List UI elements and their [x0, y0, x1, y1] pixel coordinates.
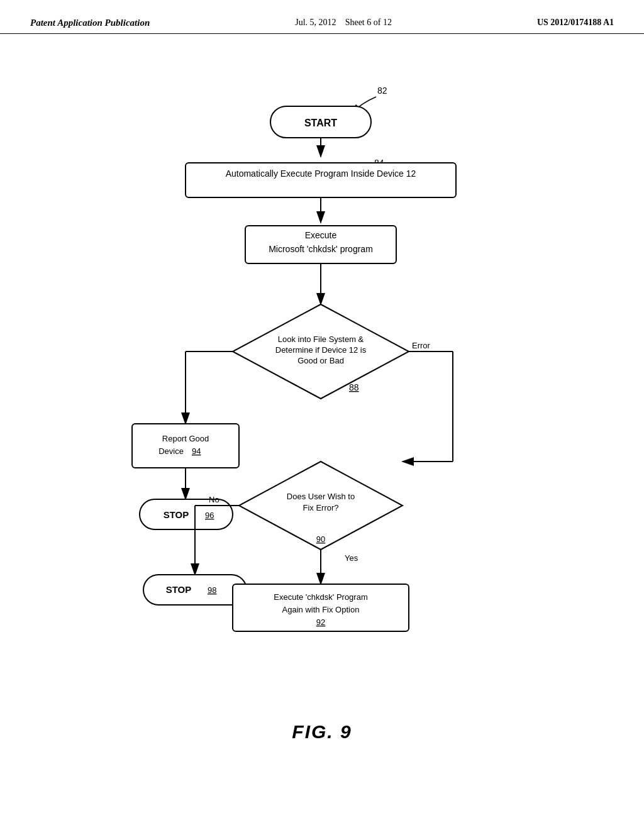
ref-92: 92: [316, 617, 325, 627]
figure-label: FIG. 9: [292, 721, 352, 742]
patent-number: US 2012/0174188 A1: [537, 18, 614, 28]
decision-fix-label1: Does User Wish to: [287, 492, 355, 501]
ref-98: 98: [208, 585, 216, 595]
stop96-label: STOP: [164, 509, 189, 520]
yes-label: Yes: [345, 553, 358, 563]
report-good-label1: Report Good: [162, 434, 209, 443]
ref-94: 94: [192, 446, 201, 456]
date-sheet: Jul. 5, 2012 Sheet 6 of 12: [295, 18, 392, 28]
stop98-label: STOP: [166, 584, 192, 595]
report-good-label2: Device: [158, 446, 184, 456]
decision-good-bad-label2: Determine if Device 12 is: [275, 345, 367, 355]
execute-auto-label: Automatically Execute Program Inside Dev…: [226, 169, 416, 179]
error-label: Error: [412, 341, 431, 350]
execute-fix-label2: Again with Fix Option: [282, 605, 360, 614]
ref-88: 88: [349, 382, 359, 392]
execute-fix-label1: Execute 'chkdsk' Program: [274, 592, 367, 602]
decision-good-bad-label3: Good or Bad: [297, 356, 344, 365]
execute-chkdsk-label1: Execute: [305, 230, 337, 240]
flowchart-diagram: 82 START 84 Automatically Execute Progra…: [0, 34, 644, 770]
start-label: START: [304, 118, 337, 128]
stop98-node: [143, 575, 247, 605]
decision-fix-label2: Fix Error?: [303, 503, 338, 512]
ref-90: 90: [316, 534, 325, 544]
ref-82: 82: [377, 86, 387, 96]
report-good-node: [132, 424, 239, 468]
page-header: Patent Application Publication Jul. 5, 2…: [0, 0, 644, 34]
decision-good-bad-label1: Look into File System &: [278, 335, 364, 344]
publication-title: Patent Application Publication: [30, 18, 150, 28]
execute-chkdsk-label2: Microsoft 'chkdsk' program: [269, 244, 373, 254]
ref-96: 96: [205, 511, 214, 520]
no-label: No: [209, 495, 219, 504]
